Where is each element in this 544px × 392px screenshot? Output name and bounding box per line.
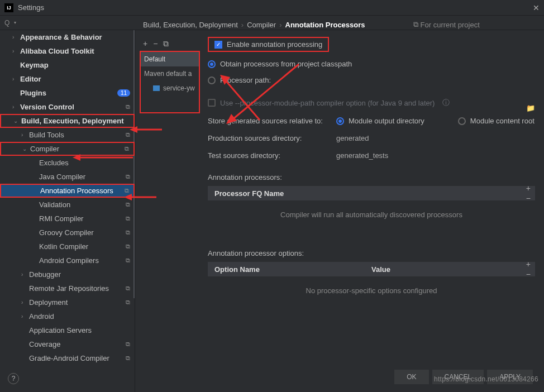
titlebar: IJ Settings ✕ (0, 0, 544, 16)
processors-label: Annotation processors: (208, 173, 535, 181)
browse-folder-icon[interactable]: 📁 (526, 104, 535, 112)
sidebar-item[interactable]: Annotation Processors⧉ (0, 184, 135, 198)
help-button[interactable]: ? (8, 373, 19, 384)
checkbox-disabled-icon (208, 99, 216, 107)
sidebar-item[interactable]: ⌄Compiler⧉ (0, 142, 135, 156)
sidebar-item[interactable]: Kotlin Compiler⧉ (0, 240, 135, 254)
profile-entry[interactable]: Default (141, 52, 199, 66)
window-title: Settings (18, 3, 44, 12)
sidebar-item[interactable]: Android Compilers⧉ (0, 254, 135, 267)
breadcrumb: Build, Execution, Deployment › Compiler … (143, 20, 480, 29)
store-label: Store generated sources relative to: (208, 117, 336, 125)
ok-button[interactable]: OK (394, 370, 428, 384)
copy-profile-button[interactable]: ⧉ (163, 39, 169, 49)
sidebar-item[interactable]: Coverage⧉ (0, 337, 135, 351)
sidebar-item[interactable]: Excludes (0, 156, 135, 170)
app-icon: IJ (4, 3, 13, 12)
copy-icon: ⧉ (413, 20, 418, 29)
sidebar-item[interactable]: ⌄Build, Execution, Deployment (0, 114, 135, 128)
sidebar-item[interactable]: Keymap (0, 58, 135, 72)
module-path-option: Use --processor-module-path compiler opt… (208, 98, 535, 108)
checkbox-checked-icon[interactable]: ✓ (214, 41, 222, 49)
add-profile-button[interactable]: + (143, 39, 147, 49)
sidebar-item[interactable]: Validation⧉ (0, 198, 135, 212)
radio-classpath[interactable]: Obtain processors from project classpath (208, 60, 535, 68)
sidebar-item[interactable]: Gradle-Android Compiler⧉ (0, 351, 135, 365)
scope-badge: ⧉For current project (413, 20, 480, 29)
sidebar-item[interactable]: ›Editor (0, 72, 135, 86)
close-icon[interactable]: ✕ (533, 3, 540, 12)
radio-module-output[interactable] (336, 117, 344, 125)
sidebar-item[interactable]: Application Servers (0, 323, 135, 337)
add-option-button[interactable]: + (526, 260, 531, 268)
processors-table-header: Processor FQ Name +− (208, 186, 535, 200)
profile-list[interactable]: DefaultMaven default aservice-yw (140, 51, 200, 113)
sidebar-item[interactable]: ›Appearance & Behavior (0, 30, 135, 44)
test-label: Test sources directory: (208, 151, 336, 160)
remove-processor-button[interactable]: − (526, 194, 531, 202)
options-empty: No processor-specific options configured (208, 276, 535, 312)
sidebar-item[interactable]: ›Debugger (0, 267, 135, 281)
help-icon[interactable]: ⓘ (442, 98, 450, 108)
remove-option-button[interactable]: − (526, 270, 531, 278)
add-processor-button[interactable]: + (526, 184, 531, 192)
remove-profile-button[interactable]: − (153, 39, 158, 49)
sidebar-item[interactable]: Java Compiler⧉ (0, 170, 135, 184)
sidebar-item[interactable]: ›Android (0, 309, 135, 323)
prod-label: Production sources directory: (208, 134, 336, 142)
prod-value[interactable]: generated (336, 134, 369, 142)
sidebar-item[interactable]: ›Alibaba Cloud Toolkit (0, 44, 135, 58)
profile-entry[interactable]: Maven default a (141, 66, 199, 81)
watermark: https://blog.csdn.net/u013084266 (434, 375, 538, 383)
radio-on-icon[interactable] (208, 60, 216, 68)
test-value[interactable]: generated_tests (336, 151, 388, 160)
enable-annotation-row[interactable]: ✓ Enable annotation processing (208, 37, 329, 52)
options-label: Annotation processor options: (208, 249, 535, 257)
sidebar-item[interactable]: RMI Compiler⧉ (0, 212, 135, 226)
sidebar-item[interactable]: ›Build Tools⧉ (0, 128, 135, 142)
profile-entry[interactable]: service-yw (141, 81, 199, 95)
radio-off-icon[interactable] (208, 77, 216, 84)
crumb-current: Annotation Processors (285, 21, 365, 29)
radio-module-content[interactable] (458, 117, 466, 125)
sidebar-item[interactable]: Groovy Compiler⧉ (0, 226, 135, 240)
processors-empty: Compiler will run all automatically disc… (208, 200, 535, 236)
crumb-compiler[interactable]: Compiler (247, 21, 276, 29)
profile-panel: + − ⧉ DefaultMaven default aservice-yw (140, 37, 200, 113)
sidebar-item[interactable]: Remote Jar Repositories⧉ (0, 281, 135, 295)
crumb-root[interactable]: Build, Execution, Deployment (143, 21, 238, 29)
search-icon[interactable]: Q (4, 19, 9, 27)
sidebar-item[interactable]: Plugins11 (0, 86, 135, 100)
options-table-header: Option Name Value +− (208, 262, 535, 276)
sidebar-item[interactable]: ›Deployment⧉ (0, 295, 135, 309)
sidebar-item[interactable]: ›Version Control⧉ (0, 100, 135, 114)
settings-tree[interactable]: ›Appearance & Behavior›Alibaba Cloud Too… (0, 30, 135, 392)
radio-processor-path[interactable]: Processor path: (208, 76, 535, 84)
settings-panel: + − ⧉ DefaultMaven default aservice-yw ✓… (135, 30, 544, 392)
